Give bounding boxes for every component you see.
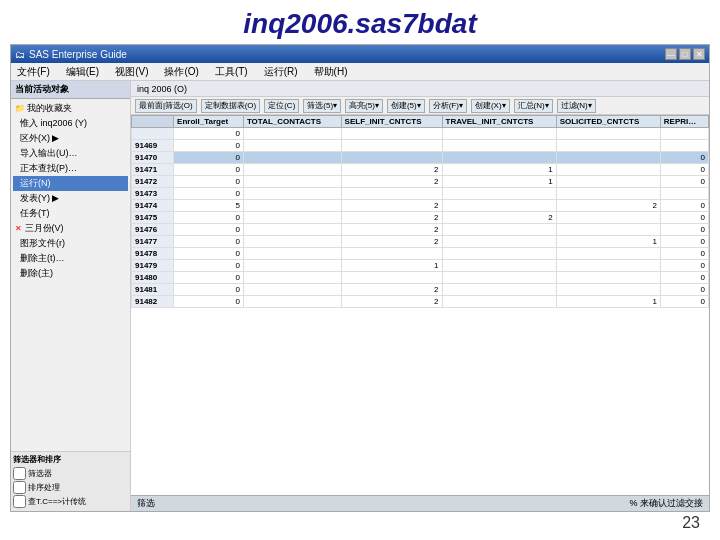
cell: 0 bbox=[174, 164, 244, 176]
cell: 2 bbox=[341, 296, 442, 308]
tree-item-favorites[interactable]: 📁 我的收藏夹 bbox=[13, 101, 128, 116]
sub-btn-highlight[interactable]: 高亮(5)▾ bbox=[345, 99, 383, 113]
table-row: 91480 0 0 bbox=[132, 272, 709, 284]
close-button[interactable]: ✕ bbox=[693, 48, 705, 60]
cell bbox=[243, 140, 341, 152]
cell bbox=[556, 284, 660, 296]
cell bbox=[660, 140, 708, 152]
right-panel: inq 2006 (O) 最前面|筛选(O) 定制数据表(O) 定位(C) 筛选… bbox=[131, 81, 709, 511]
tree-item-label: 删除主(t)… bbox=[15, 252, 65, 265]
cell: 2 bbox=[341, 212, 442, 224]
sub-btn-filter[interactable]: 最前面|筛选(O) bbox=[135, 99, 197, 113]
sub-toolbar: 最前面|筛选(O) 定制数据表(O) 定位(C) 筛选(5)▾ 高亮(5)▾ 创… bbox=[131, 97, 709, 115]
cell: 0 bbox=[660, 260, 708, 272]
cell: 1 bbox=[556, 236, 660, 248]
cell: 0 bbox=[660, 236, 708, 248]
maximize-button[interactable]: □ bbox=[679, 48, 691, 60]
tree-item-label: 正本查找(P)… bbox=[15, 162, 77, 175]
tree-item-label: 三月份(V) bbox=[22, 222, 64, 235]
tree-item-label: 删除(主) bbox=[15, 267, 53, 280]
cell: 0 bbox=[174, 224, 244, 236]
main-area: 当前活动对象 📁 我的收藏夹 惟入 inq2006 (Y) 区外(X) ▶ 导入… bbox=[11, 81, 709, 511]
sub-btn-locate[interactable]: 定位(C) bbox=[264, 99, 299, 113]
cell: 0 bbox=[660, 212, 708, 224]
cell: 2 bbox=[341, 176, 442, 188]
tree-item-graphic[interactable]: 图形文件(r) bbox=[13, 236, 128, 251]
table-row: 0 bbox=[132, 128, 709, 140]
col-header-travel[interactable]: TRAVEL_INIT_CNTCTS bbox=[442, 116, 556, 128]
row-id: 91471 bbox=[132, 164, 174, 176]
row-id: 91476 bbox=[132, 224, 174, 236]
cell: 0 bbox=[660, 248, 708, 260]
sub-btn-create[interactable]: 创建(5)▾ bbox=[387, 99, 425, 113]
filter-checkbox-2[interactable] bbox=[13, 481, 26, 494]
tree-item-find[interactable]: 正本查找(P)… bbox=[13, 161, 128, 176]
table-row: 91470 0 0 bbox=[132, 152, 709, 164]
row-id: 91470 bbox=[132, 152, 174, 164]
tree-item-publish[interactable]: 发表(Y) ▶ bbox=[13, 191, 128, 206]
tree-item-run[interactable]: 运行(N) bbox=[13, 176, 128, 191]
cell: 5 bbox=[174, 200, 244, 212]
cell bbox=[556, 248, 660, 260]
cell bbox=[660, 128, 708, 140]
col-header-repri[interactable]: REPRI… bbox=[660, 116, 708, 128]
col-header-solicited[interactable]: SOLICITED_CNTCTS bbox=[556, 116, 660, 128]
table-header-row: Enroll_Target TOTAL_CONTACTS SELF_INIT_C… bbox=[132, 116, 709, 128]
sub-btn-summary[interactable]: 汇总(N)▾ bbox=[514, 99, 553, 113]
col-header-enroll[interactable]: Enroll_Target bbox=[174, 116, 244, 128]
menu-run[interactable]: 运行(R) bbox=[260, 64, 302, 80]
cell bbox=[243, 272, 341, 284]
sub-btn-filter3[interactable]: 过滤(N)▾ bbox=[557, 99, 596, 113]
row-id: 91479 bbox=[132, 260, 174, 272]
menu-help[interactable]: 帮助(H) bbox=[310, 64, 352, 80]
tree-item-label: 运行(N) bbox=[15, 177, 51, 190]
table-row: 91474 5 2 2 0 bbox=[132, 200, 709, 212]
tree-item-cancel[interactable]: 惟入 inq2006 (Y) bbox=[13, 116, 128, 131]
table-row: 91478 0 0 bbox=[132, 248, 709, 260]
cell: 0 bbox=[174, 176, 244, 188]
minimize-button[interactable]: — bbox=[665, 48, 677, 60]
menu-file[interactable]: 文件(F) bbox=[13, 64, 54, 80]
sub-btn-customize[interactable]: 定制数据表(O) bbox=[201, 99, 261, 113]
cell bbox=[442, 236, 556, 248]
tree-item-delete1[interactable]: 删除主(t)… bbox=[13, 251, 128, 266]
filter-panel: 筛选器和排序 筛选器 排序处理 查T.C==>计传统 bbox=[11, 451, 130, 511]
tree-item-region[interactable]: 区外(X) ▶ bbox=[13, 131, 128, 146]
cell: 0 bbox=[660, 200, 708, 212]
cell: 0 bbox=[174, 272, 244, 284]
tree-item-export[interactable]: 导入输出(U)… bbox=[13, 146, 128, 161]
cell: 0 bbox=[174, 152, 244, 164]
page-title: inq2006.sas7bdat bbox=[0, 0, 720, 44]
cell: 2 bbox=[341, 200, 442, 212]
app-icon: 🗂 bbox=[15, 49, 25, 60]
cell: 0 bbox=[660, 272, 708, 284]
table-row: 91479 0 1 0 bbox=[132, 260, 709, 272]
tree-item-delete2[interactable]: 删除(主) bbox=[13, 266, 128, 281]
col-header-total[interactable]: TOTAL_CONTACTS bbox=[243, 116, 341, 128]
tree-item-march[interactable]: ✕ 三月份(V) bbox=[13, 221, 128, 236]
sub-btn-analyze[interactable]: 分析(F)▾ bbox=[429, 99, 467, 113]
menu-view[interactable]: 视图(V) bbox=[111, 64, 152, 80]
filter-checkbox-3[interactable] bbox=[13, 495, 26, 508]
sub-btn-filter2[interactable]: 筛选(5)▾ bbox=[303, 99, 341, 113]
cell bbox=[556, 164, 660, 176]
menu-actions[interactable]: 操作(O) bbox=[160, 64, 202, 80]
filter-row-2: 排序处理 bbox=[13, 481, 128, 494]
row-id: 91475 bbox=[132, 212, 174, 224]
cell bbox=[341, 152, 442, 164]
cell bbox=[442, 128, 556, 140]
menu-tools[interactable]: 工具(T) bbox=[211, 64, 252, 80]
filter-checkbox-1[interactable] bbox=[13, 467, 26, 480]
tree-item-task[interactable]: 任务(T) bbox=[13, 206, 128, 221]
cell bbox=[243, 164, 341, 176]
data-grid[interactable]: Enroll_Target TOTAL_CONTACTS SELF_INIT_C… bbox=[131, 115, 709, 495]
col-header-self[interactable]: SELF_INIT_CNTCTS bbox=[341, 116, 442, 128]
sub-btn-create2[interactable]: 创建(X)▾ bbox=[471, 99, 510, 113]
table-row: 91477 0 2 1 0 bbox=[132, 236, 709, 248]
cell: 2 bbox=[556, 200, 660, 212]
menu-edit[interactable]: 编辑(E) bbox=[62, 64, 103, 80]
status-right: % 来确认过滤交接 bbox=[629, 497, 703, 510]
cell: 0 bbox=[174, 140, 244, 152]
title-bar-controls: — □ ✕ bbox=[665, 48, 705, 60]
cell bbox=[243, 200, 341, 212]
